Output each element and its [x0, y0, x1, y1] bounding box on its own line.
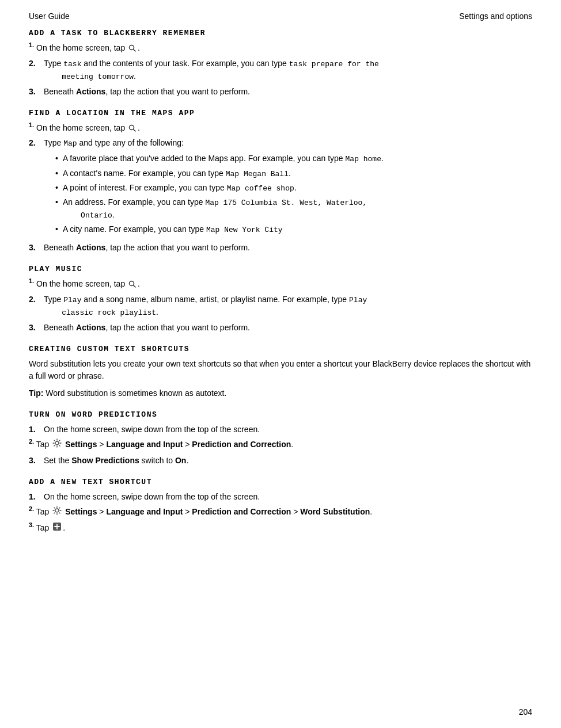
code-text: Play	[63, 296, 81, 304]
bullet-item: A point of interest. For example, you ca…	[55, 182, 532, 195]
section-find-location: FIND A LOCATION IN THE MAPS APP 1. On th…	[29, 109, 532, 254]
svg-line-5	[134, 285, 136, 288]
step-number: 2.	[29, 294, 44, 306]
step-content: Tap Settings > Language and Input > Pred…	[34, 439, 532, 452]
list-item: 2. Tap Settings > Language and Input > P…	[29, 506, 532, 519]
code-text: Map New York City	[206, 226, 283, 234]
step-number: 1.	[29, 278, 34, 284]
svg-line-3	[134, 129, 136, 131]
section-add-new-text-shortcut: ADD A NEW TEXT SHORTCUT 1. On the home s…	[29, 478, 532, 535]
step-number: 3.	[29, 455, 44, 467]
step-number: 3.	[29, 242, 44, 254]
code-text: Map 175 Columbia St. West, Waterloo, Ont…	[63, 199, 367, 220]
bullet-item: A city name. For example, you can type M…	[55, 223, 532, 236]
step-content: Beneath Actions, tap the action that you…	[44, 322, 532, 334]
step-number: 1.	[29, 42, 34, 48]
header-left: User Guide	[29, 12, 70, 21]
bold-text: Settings	[65, 440, 97, 449]
list-item: 2. Type Play and a song name, album name…	[29, 294, 532, 319]
search-icon	[128, 124, 137, 133]
section-title-creating-shortcuts: CREATING CUSTOM TEXT SHORTCUTS	[29, 345, 532, 353]
step-number: 1.	[29, 491, 44, 504]
section-add-task: ADD A TASK TO BLACKBERRY REMEMBER 1. On …	[29, 29, 532, 98]
list-item: 3. Beneath Actions, tap the action that …	[29, 322, 532, 334]
step-number: 3.	[29, 86, 44, 98]
step-content: Beneath Actions, tap the action that you…	[44, 242, 532, 254]
step-content: Tap Settings > Language and Input > Pred…	[34, 506, 532, 519]
step-number: 2.	[29, 137, 44, 150]
list-item: 1. On the home screen, swipe down from t…	[29, 424, 532, 436]
bold-text: Actions	[76, 323, 105, 332]
step-number: 1.	[29, 122, 34, 128]
section-title-play-music: PLAY MUSIC	[29, 265, 532, 273]
section-title-add-new-text-shortcut: ADD A NEW TEXT SHORTCUT	[29, 478, 532, 486]
section-creating-shortcuts: CREATING CUSTOM TEXT SHORTCUTS Word subs…	[29, 345, 532, 400]
bold-text: Actions	[76, 243, 105, 252]
body-text: Word substitution lets you create your o…	[29, 358, 532, 383]
code-text: task	[63, 60, 81, 68]
list-item: 2. Type task and the contents of your ta…	[29, 58, 532, 83]
plus-icon	[52, 522, 62, 535]
svg-point-7	[55, 509, 59, 512]
page-number: 204	[519, 707, 532, 716]
bullet-item: A favorite place that you've added to th…	[55, 153, 532, 165]
list-item: 3. Beneath Actions, tap the action that …	[29, 242, 532, 254]
svg-point-6	[55, 441, 59, 445]
tip-text: Tip: Word substitution is sometimes know…	[29, 387, 532, 400]
bullet-content: An address. For example, you can type Ma…	[63, 196, 367, 222]
step-content: Set the Show Predictions switch to On.	[44, 455, 532, 467]
bullet-content: A favorite place that you've added to th…	[63, 153, 384, 165]
step-content: Tap .	[34, 522, 532, 535]
step-content: On the home screen, swipe down from the …	[44, 424, 532, 436]
list-item: 3. Set the Show Predictions switch to On…	[29, 455, 532, 467]
list-item: 3. Beneath Actions, tap the action that …	[29, 86, 532, 98]
list-item: 2. Tap Settings > Language and Input > P…	[29, 439, 532, 452]
bullet-content: A point of interest. For example, you ca…	[63, 182, 297, 195]
code-text: Play classic rock playlist	[44, 296, 367, 317]
list-item: 1. On the home screen, tap .	[29, 278, 532, 291]
bullet-content: A city name. For example, you can type M…	[63, 223, 283, 236]
tip-label: Tip:	[29, 388, 43, 398]
bold-text: Prediction and Correction	[192, 508, 291, 517]
section-play-music: PLAY MUSIC 1. On the home screen, tap . …	[29, 265, 532, 334]
page-header: User Guide Settings and options	[29, 12, 532, 21]
step-number: 1.	[29, 424, 44, 436]
step-number: 3.	[29, 522, 34, 528]
step-content: Type Map and type any of the following: …	[44, 137, 532, 239]
step-number: 2.	[29, 58, 44, 70]
bold-text: Actions	[76, 87, 105, 96]
step-content: On the home screen, swipe down from the …	[44, 491, 532, 504]
bold-text: Settings	[65, 508, 97, 517]
section-title-add-task: ADD A TASK TO BLACKBERRY REMEMBER	[29, 29, 532, 37]
list-item: 1. On the home screen, swipe down from t…	[29, 491, 532, 504]
step-number: 2.	[29, 506, 34, 512]
svg-line-1	[134, 49, 136, 52]
step-number: 3.	[29, 322, 44, 334]
step-content: On the home screen, tap .	[34, 122, 532, 135]
bold-text: Word Substitution	[300, 508, 370, 517]
step-content: Type task and the contents of your task.…	[44, 58, 532, 83]
code-text: Map coffee shop	[227, 184, 294, 193]
step-content: Type Play and a song name, album name, a…	[44, 294, 532, 319]
list-item: 1. On the home screen, tap .	[29, 42, 532, 55]
bullet-content: A contact's name. For example, you can t…	[63, 167, 291, 180]
step-content: On the home screen, tap .	[34, 42, 532, 55]
search-icon	[128, 280, 137, 289]
list-item: 3. Tap .	[29, 522, 532, 535]
code-text: Map Megan Ball	[226, 170, 289, 178]
section-title-word-predictions: TURN ON WORD PREDICTIONS	[29, 410, 532, 419]
bold-text: Prediction and Correction	[192, 440, 291, 449]
code-text: task prepare for the meeting tomorrow	[44, 60, 379, 81]
bullet-item: An address. For example, you can type Ma…	[55, 196, 532, 222]
settings-icon	[52, 506, 62, 519]
step-content: On the home screen, tap .	[34, 278, 532, 291]
list-item: 2. Type Map and type any of the followin…	[29, 137, 532, 239]
bullet-item: A contact's name. For example, you can t…	[55, 167, 532, 180]
settings-icon	[52, 439, 62, 452]
bold-text: Language and Input	[106, 508, 183, 517]
code-text: Map home	[346, 155, 381, 163]
step-number: 2.	[29, 439, 34, 445]
bold-text: Show Predictions	[71, 456, 139, 465]
list-item: 1. On the home screen, tap .	[29, 122, 532, 135]
header-right: Settings and options	[459, 12, 532, 21]
